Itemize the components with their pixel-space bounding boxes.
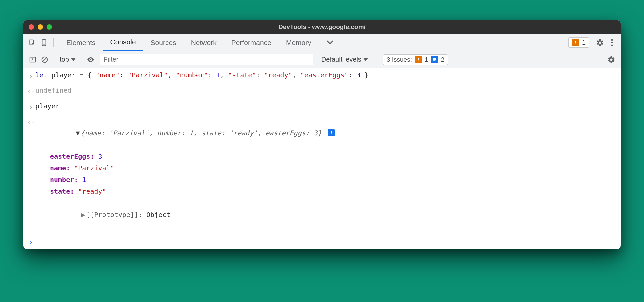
tab-sources[interactable]: Sources xyxy=(143,34,184,51)
console-toolbar: top Default levels 3 Issues: ! 1 2 xyxy=(23,51,621,68)
info-icon xyxy=(431,56,438,63)
settings-icon[interactable] xyxy=(594,37,606,49)
issues-link[interactable]: 3 Issues: ! 1 2 xyxy=(383,54,448,65)
object-summary-line[interactable]: ▼{name: 'Parzival', number: 1, state: 'r… xyxy=(35,116,617,151)
panel-tabs: Elements Console Sources Network Perform… xyxy=(59,34,341,51)
console-input-row: › player xyxy=(23,99,621,114)
chevron-down-icon xyxy=(363,58,368,61)
console-result-row: ‹· undefined xyxy=(23,83,621,99)
warning-count: 1 xyxy=(582,39,586,46)
object-property[interactable]: easterEggs: 3 xyxy=(41,151,617,162)
divider xyxy=(53,38,54,47)
prompt-chevron-icon: › xyxy=(27,235,35,248)
maximize-button[interactable] xyxy=(47,24,52,30)
traffic-lights xyxy=(23,24,52,30)
inspect-element-icon[interactable] xyxy=(26,37,38,49)
output-chevron-icon: ‹· xyxy=(27,116,35,128)
prototype-label: [[Prototype]] xyxy=(86,211,138,219)
issues-info-count: 2 xyxy=(441,56,445,63)
divider xyxy=(375,55,375,64)
output-chevron-icon: ‹· xyxy=(27,85,35,97)
console-input-row: › let player = { "name": "Parzival", "nu… xyxy=(23,68,621,83)
prototype-row[interactable]: ▶[[Prototype]]: Object xyxy=(35,197,617,232)
result-undefined: undefined xyxy=(35,85,71,96)
input-chevron-icon: › xyxy=(27,100,35,113)
close-button[interactable] xyxy=(29,24,34,30)
divider xyxy=(81,55,81,64)
console-prompt[interactable] xyxy=(35,235,39,247)
live-expression-icon[interactable] xyxy=(85,54,97,66)
context-label: top xyxy=(60,56,69,63)
window-title: DevTools - www.google.com/ xyxy=(23,23,621,31)
object-property[interactable]: name: "Parzival" xyxy=(41,162,617,174)
devtools-window: DevTools - www.google.com/ Elements Cons… xyxy=(23,20,621,249)
chevron-down-icon xyxy=(71,58,76,61)
tab-memory[interactable]: Memory xyxy=(279,34,319,51)
warning-indicator[interactable]: ! 1 xyxy=(568,37,589,48)
clear-console-icon[interactable] xyxy=(39,54,51,66)
svg-point-5 xyxy=(611,44,613,46)
tab-console[interactable]: Console xyxy=(103,34,143,51)
issues-warn-count: 1 xyxy=(425,56,428,63)
console-result-row: ‹· ▼{name: 'Parzival', number: 1, state:… xyxy=(23,114,621,234)
device-toolbar-icon[interactable] xyxy=(38,37,50,49)
issues-label: 3 Issues: xyxy=(387,56,412,63)
disclosure-triangle-icon[interactable]: ▶ xyxy=(81,209,85,221)
titlebar: DevTools - www.google.com/ xyxy=(23,20,621,34)
tab-network[interactable]: Network xyxy=(184,34,224,51)
console-settings-icon[interactable] xyxy=(605,54,617,66)
code-line[interactable]: player xyxy=(35,100,59,112)
object-view[interactable]: ▼{name: 'Parzival', number: 1, state: 'r… xyxy=(35,116,617,232)
console-sidebar-toggle-icon[interactable] xyxy=(27,54,39,66)
panel-tabbar: Elements Console Sources Network Perform… xyxy=(23,34,621,51)
code-line[interactable]: let player = { "name": "Parzival", "numb… xyxy=(35,69,369,81)
svg-point-9 xyxy=(90,59,91,60)
disclosure-triangle-icon[interactable]: ▼ xyxy=(75,127,80,139)
tab-performance[interactable]: Performance xyxy=(224,34,279,51)
warning-icon: ! xyxy=(415,56,422,63)
object-property[interactable]: state: "ready" xyxy=(41,186,617,197)
prototype-value: Object xyxy=(146,211,170,219)
kebab-menu-icon[interactable] xyxy=(606,37,618,49)
svg-point-4 xyxy=(611,42,613,43)
warning-icon: ! xyxy=(572,39,579,46)
input-chevron-icon: › xyxy=(27,69,35,82)
info-icon[interactable]: i xyxy=(328,129,335,136)
divider xyxy=(54,55,54,64)
context-selector[interactable]: top xyxy=(58,55,78,64)
console-prompt-row[interactable]: › xyxy=(23,234,621,249)
svg-point-3 xyxy=(611,39,613,41)
object-summary: {name: 'Parzival', number: 1, state: 're… xyxy=(81,129,321,137)
object-property-list: easterEggs: 3name: "Parzival"number: 1st… xyxy=(35,151,617,197)
minimize-button[interactable] xyxy=(38,24,43,30)
svg-line-8 xyxy=(43,58,47,61)
filter-input[interactable] xyxy=(100,54,313,65)
console-output: › let player = { "name": "Parzival", "nu… xyxy=(23,68,621,249)
tab-elements[interactable]: Elements xyxy=(59,34,103,51)
object-property[interactable]: number: 1 xyxy=(41,174,617,186)
levels-label: Default levels xyxy=(321,56,361,63)
log-levels-selector[interactable]: Default levels xyxy=(318,55,371,64)
tabs-overflow[interactable] xyxy=(319,34,341,51)
